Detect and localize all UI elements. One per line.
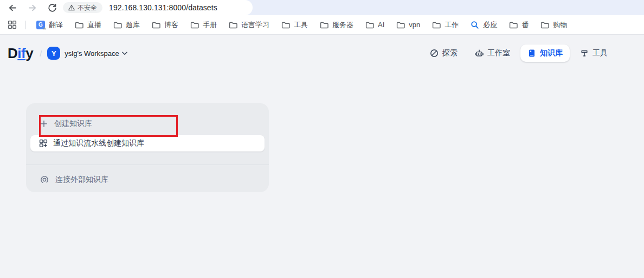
folder-icon [152, 21, 160, 29]
create-pipeline-option[interactable]: 通过知识流水线创建知识库 [30, 135, 265, 151]
nav-item-studio[interactable]: 工作室 [468, 45, 517, 62]
folder-icon [365, 21, 374, 29]
nav-label: 工作室 [487, 48, 510, 58]
bookmark-bing[interactable]: 必应 [465, 18, 503, 32]
bookmarks-bar: G★ 翻译 直播 题库 博客 手册 语言学习 工具 服务器 [0, 15, 644, 35]
bookmarks-divider [25, 21, 26, 29]
bookmark-folder[interactable]: 手册 [184, 18, 223, 32]
main-nav: 探索 工作室 知识库 工具 [423, 45, 636, 62]
folder-icon [229, 21, 237, 29]
bookmark-label: 工作 [445, 20, 459, 30]
bookmark-translate[interactable]: G★ 翻译 [30, 18, 69, 32]
bookmark-folder[interactable]: 番 [503, 18, 534, 32]
folder-icon [432, 21, 441, 29]
bookmark-folder[interactable]: 工作 [426, 18, 465, 32]
bookmark-folder[interactable]: AI [359, 18, 390, 32]
external-knowledge-icon [40, 175, 49, 184]
bookmark-label: 题库 [126, 20, 140, 30]
bookmark-folder[interactable]: 博客 [146, 18, 184, 32]
refresh-icon[interactable] [47, 3, 57, 12]
security-chip[interactable]: 不安全 [63, 2, 102, 13]
folder-icon [320, 21, 329, 29]
address-bar[interactable]: 不安全 192.168.130.131:8000/datasets [63, 0, 217, 15]
breadcrumb-separator: / [40, 49, 42, 58]
connect-external-option[interactable]: 连接外部知识库 [40, 172, 108, 188]
folder-icon [509, 21, 518, 29]
nav-label: 工具 [593, 48, 608, 58]
bookmark-label: 直播 [87, 20, 101, 30]
workspace-avatar[interactable]: Y [47, 47, 60, 60]
bookmark-label: 手册 [203, 20, 217, 30]
bookmark-label: 购物 [553, 20, 567, 30]
bookmark-label: 工具 [294, 20, 308, 30]
dify-logo: Dify [8, 45, 33, 62]
bookmark-label: 博客 [164, 20, 178, 30]
back-icon[interactable] [7, 3, 17, 12]
bookmark-folder[interactable]: 工具 [275, 18, 314, 32]
create-knowledge-option[interactable]: 创建知识库 [40, 113, 92, 135]
bookmark-label: vpn [409, 21, 420, 29]
url-text: 192.168.130.131:8000/datasets [109, 3, 217, 12]
folder-icon [75, 21, 83, 29]
bookmark-label: 翻译 [49, 20, 63, 30]
bookmark-folder[interactable]: vpn [390, 18, 426, 32]
translate-icon: G★ [36, 21, 45, 29]
folder-icon [190, 21, 199, 29]
workspace-name[interactable]: yslg's Workspace [65, 49, 119, 58]
bookmark-label: 语言学习 [241, 20, 269, 30]
bookmark-folder[interactable]: 题库 [107, 18, 146, 32]
nav-item-explore[interactable]: 探索 [423, 45, 465, 62]
warning-icon [68, 4, 75, 11]
app-header: Dify / Y yslg's Workspace 探索 工作室 [8, 42, 636, 64]
bookmark-folder[interactable]: 语言学习 [223, 18, 275, 32]
folder-icon [396, 21, 405, 29]
create-knowledge-label: 创建知识库 [54, 119, 92, 129]
tools-icon [580, 49, 589, 58]
browser-toolbar: 不安全 192.168.130.131:8000/datasets [0, 0, 644, 15]
search-icon [471, 21, 479, 29]
chevron-down-icon[interactable] [122, 52, 127, 55]
studio-icon [475, 49, 484, 58]
create-knowledge-card: 创建知识库 通过知识流水线创建知识库 连接外部知识库 [26, 103, 269, 192]
forward-icon[interactable] [28, 3, 37, 12]
bookmark-label: 番 [521, 20, 529, 30]
bookmark-folder[interactable]: 直播 [69, 18, 107, 32]
nav-label: 探索 [442, 48, 458, 58]
bookmark-folder[interactable]: 服务器 [314, 18, 359, 32]
knowledge-icon [527, 49, 536, 58]
nav-label: 知识库 [540, 48, 563, 58]
plus-icon [40, 120, 48, 128]
bookmark-label: 服务器 [332, 20, 353, 30]
create-pipeline-label: 通过知识流水线创建知识库 [53, 138, 144, 148]
connect-external-label: 连接外部知识库 [55, 175, 108, 185]
bookmark-label: AI [378, 21, 384, 29]
nav-item-knowledge[interactable]: 知识库 [520, 45, 570, 62]
folder-icon [113, 21, 122, 29]
security-label: 不安全 [78, 3, 97, 12]
folder-icon [540, 21, 549, 29]
folder-icon [281, 21, 290, 29]
bookmark-label: 必应 [483, 20, 497, 30]
apps-grid-icon[interactable] [7, 20, 18, 29]
bookmark-folder[interactable]: 购物 [534, 18, 573, 32]
card-divider [26, 165, 269, 165]
pipeline-blocks-icon [39, 139, 48, 148]
nav-item-tools[interactable]: 工具 [573, 45, 615, 62]
explore-icon [430, 49, 439, 58]
browser-window: 不安全 192.168.130.131:8000/datasets G★ 翻译 … [0, 0, 644, 278]
